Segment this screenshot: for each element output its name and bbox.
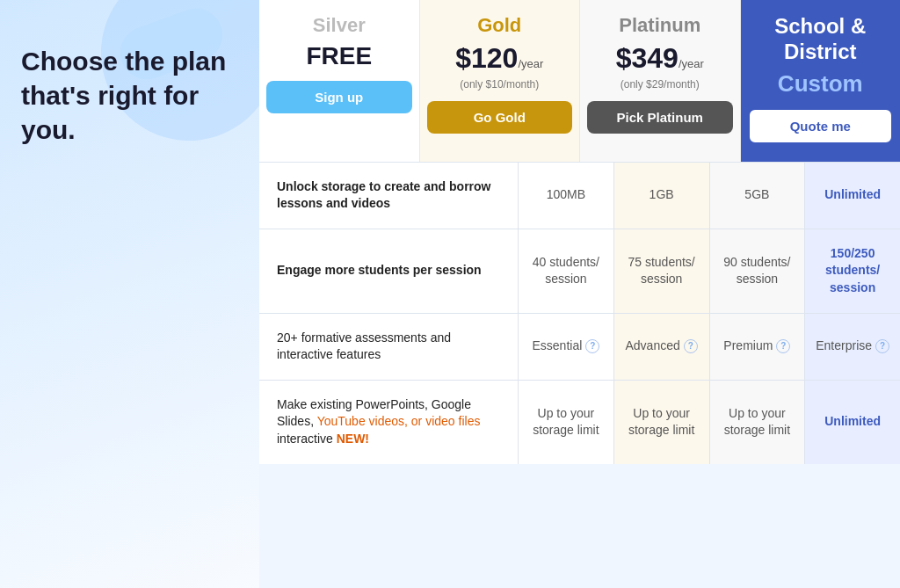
feature-row-assessments: 20+ formative assessments and interactiv…: [259, 313, 900, 380]
gold-powerpoints-value: Up to your storage limit: [614, 381, 710, 464]
school-custom-label: Custom: [748, 70, 894, 98]
students-label-text: Engage more students per session: [277, 263, 482, 277]
school-quote-button[interactable]: Quote me: [748, 108, 894, 144]
feature-row-powerpoints: Make existing PowerPoints, Google Slides…: [259, 380, 900, 464]
new-badge: NEW!: [337, 432, 369, 446]
platinum-plan-header: Platinum $349/year (only $29/month) Pick…: [580, 0, 741, 162]
school-assessments-value: Enterprise ?: [805, 314, 900, 380]
gold-price-sub: (only $10/month): [427, 78, 573, 91]
school-powerpoints-value: Unlimited: [805, 381, 900, 464]
silver-plan-price: FREE: [266, 42, 412, 70]
school-storage-value: Unlimited: [805, 163, 900, 229]
gold-plan-header: Gold $120/year (only $10/month) Go Gold: [420, 0, 581, 162]
gold-storage-value: 1GB: [614, 163, 710, 229]
platinum-students-value: 90 students/ session: [710, 229, 806, 313]
platinum-signup-button[interactable]: Pick Platinum: [587, 101, 733, 134]
platinum-plan-name: Platinum: [587, 14, 733, 37]
powerpoints-label: Make existing PowerPoints, Google Slides…: [259, 381, 519, 464]
assessments-label: 20+ formative assessments and interactiv…: [259, 314, 519, 380]
assessments-label-text: 20+ formative assessments and interactiv…: [277, 330, 500, 364]
school-students-value: 150/250 students/ session: [805, 229, 900, 313]
school-question-icon[interactable]: ?: [875, 339, 889, 353]
platinum-assessments-value: Premium ?: [710, 314, 806, 380]
table-section: Silver FREE Sign up Gold $120/year (only…: [259, 0, 900, 588]
silver-powerpoints-value: Up to your storage limit: [519, 381, 614, 464]
silver-assessments-value: Essential ?: [519, 314, 614, 380]
platinum-plan-price: $349: [616, 42, 679, 74]
gold-signup-button[interactable]: Go Gold: [427, 101, 573, 134]
platinum-storage-value: 5GB: [710, 163, 806, 229]
gold-plan-name: Gold: [427, 14, 573, 37]
hero-title: Choose the plan that's right for you.: [21, 44, 238, 147]
platinum-price-sub: (only $29/month): [587, 78, 733, 91]
feature-rows: Unlock storage to create and borrow less…: [259, 162, 900, 588]
silver-question-icon[interactable]: ?: [585, 339, 599, 353]
storage-label: Unlock storage to create and borrow less…: [259, 163, 519, 229]
silver-plan-name: Silver: [266, 14, 412, 37]
gold-plan-price: $120: [455, 42, 518, 74]
platinum-price-period: /year: [679, 57, 704, 70]
hero-section: Choose the plan that's right for you.: [0, 0, 259, 588]
gold-price-period: /year: [518, 57, 543, 70]
feature-row-students: Engage more students per session 40 stud…: [259, 229, 900, 313]
students-label: Engage more students per session: [259, 229, 519, 313]
gold-students-value: 75 students/ session: [614, 229, 710, 313]
page-wrapper: Choose the plan that's right for you. Si…: [0, 0, 900, 588]
school-plan-name: School & District: [748, 14, 894, 65]
plan-header-row: Silver FREE Sign up Gold $120/year (only…: [259, 0, 900, 162]
gold-question-icon[interactable]: ?: [684, 339, 698, 353]
silver-students-value: 40 students/ session: [519, 229, 614, 313]
platinum-question-icon[interactable]: ?: [776, 339, 790, 353]
youtube-link[interactable]: YouTube videos, or video files: [317, 414, 481, 428]
feature-row-storage: Unlock storage to create and borrow less…: [259, 162, 900, 229]
school-plan-header: School & District Custom Quote me: [741, 0, 901, 162]
silver-signup-button[interactable]: Sign up: [266, 81, 412, 113]
gold-assessments-value: Advanced ?: [614, 314, 710, 380]
silver-storage-value: 100MB: [519, 163, 614, 229]
storage-label-text: Unlock storage to create and borrow less…: [277, 179, 491, 211]
platinum-powerpoints-value: Up to your storage limit: [710, 381, 806, 464]
silver-plan-header: Silver FREE Sign up: [259, 0, 420, 162]
